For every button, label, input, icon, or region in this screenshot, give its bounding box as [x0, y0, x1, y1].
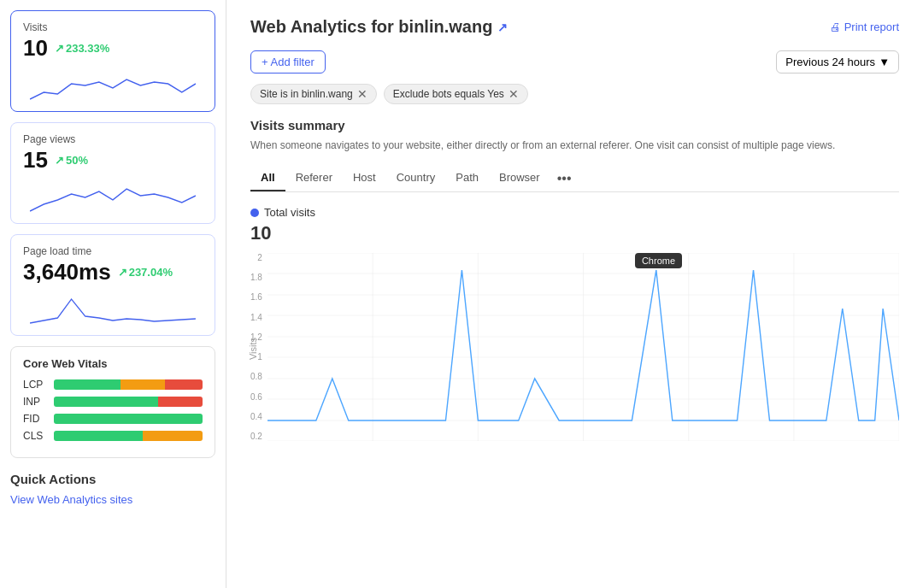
- visits-label: Visits: [23, 21, 203, 33]
- chart-tooltip: Chrome: [635, 253, 682, 268]
- visits-change: 233.33%: [55, 42, 109, 55]
- tab-more-button[interactable]: •••: [550, 168, 579, 190]
- page-header: Web Analytics for binlin.wang ↗ 🖨 Print …: [250, 17, 899, 37]
- cwv-fid-bar: [54, 414, 203, 424]
- print-icon: 🖨: [830, 21, 841, 33]
- visits-chart-svg: [267, 253, 899, 441]
- visits-summary-section: Visits summary When someone navigates to…: [250, 118, 899, 444]
- y-label-2: 2: [257, 253, 262, 262]
- external-link-icon[interactable]: ↗: [497, 21, 508, 34]
- page-load-label: Page load time: [23, 245, 203, 257]
- cwv-lcp-label: LCP: [23, 379, 47, 391]
- filter-tag-bots: Exclude bots equals Yes ✕: [384, 84, 528, 104]
- y-label-1-6: 1.6: [250, 292, 262, 302]
- visits-summary-desc: When someone navigates to your website, …: [250, 138, 899, 153]
- tab-path[interactable]: Path: [445, 165, 489, 191]
- y-label-1-8: 1.8: [250, 273, 262, 282]
- chart-area: Total visits 10 2 1.8 1.6 1.4 1.2 1 0.8 …: [250, 206, 899, 444]
- cwv-inp-label: INP: [23, 396, 47, 408]
- quick-actions: Quick Actions View Web Analytics sites: [10, 468, 215, 513]
- cwv-lcp-bar: [54, 379, 203, 390]
- page-views-card[interactable]: Page views 15 50%: [10, 122, 215, 224]
- cwv-inp-bar: [54, 397, 203, 407]
- core-web-vitals-card: Core Web Vitals LCP INP FID CLS: [10, 346, 215, 458]
- main-content: Web Analytics for binlin.wang ↗ 🖨 Print …: [226, 0, 923, 588]
- tab-referer[interactable]: Referer: [285, 165, 343, 191]
- page-views-value: 15 50%: [23, 147, 203, 173]
- add-filter-button[interactable]: + Add filter: [250, 50, 326, 74]
- y-label-0-4: 0.4: [250, 412, 262, 421]
- y-label-0-2: 0.2: [250, 432, 262, 441]
- y-axis-label: Visits: [248, 337, 258, 359]
- visits-sparkline: [23, 67, 203, 101]
- visits-value: 10 233.33%: [23, 35, 203, 62]
- cwv-cls-label: CLS: [23, 430, 47, 442]
- cwv-cls-row: CLS: [23, 430, 203, 442]
- chart-svg-wrapper: Chrome: [267, 253, 899, 444]
- y-label-0-6: 0.6: [250, 392, 262, 402]
- page-views-sparkline: [23, 179, 203, 213]
- chart-legend: Total visits: [250, 206, 899, 219]
- page-views-label: Page views: [23, 133, 203, 145]
- cwv-cls-bar: [54, 431, 203, 441]
- cwv-lcp-row: LCP: [23, 379, 203, 391]
- toolbar: + Add filter Previous 24 hours ▼: [250, 50, 899, 74]
- cwv-fid-row: FID: [23, 413, 203, 425]
- print-report-button[interactable]: 🖨 Print report: [830, 21, 899, 33]
- chart-wrapper: 2 1.8 1.6 1.4 1.2 1 0.8 0.6 0.4 0.2 Chro…: [250, 253, 899, 444]
- y-label-1-4: 1.4: [250, 313, 262, 322]
- filter-tag-site: Site is in binlin.wang ✕: [250, 84, 377, 104]
- time-filter-button[interactable]: Previous 24 hours ▼: [776, 50, 899, 74]
- filter-tag-bots-remove[interactable]: ✕: [509, 87, 519, 101]
- total-visits-number: 10: [250, 222, 899, 244]
- quick-actions-title: Quick Actions: [10, 472, 215, 486]
- cwv-fid-label: FID: [23, 413, 47, 425]
- cwv-inp-row: INP: [23, 396, 203, 408]
- tab-all[interactable]: All: [250, 165, 285, 191]
- page-title: Web Analytics for binlin.wang ↗: [250, 17, 508, 37]
- tab-country[interactable]: Country: [386, 165, 446, 191]
- legend-dot: [250, 209, 259, 217]
- visits-summary-title: Visits summary: [250, 118, 899, 132]
- tab-bar: All Referer Host Country Path Browser ••…: [250, 165, 899, 192]
- page-load-card[interactable]: Page load time 3,640ms 237.04%: [10, 234, 215, 336]
- sidebar: Visits 10 233.33% Page views 15 50% Page…: [0, 0, 226, 588]
- filter-tag-site-remove[interactable]: ✕: [357, 87, 367, 101]
- y-label-1: 1: [257, 352, 262, 362]
- page-load-sparkline: [23, 291, 203, 325]
- page-load-change: 237.04%: [118, 266, 173, 279]
- page-views-change: 50%: [55, 154, 88, 167]
- y-label-0-8: 0.8: [250, 372, 262, 381]
- tab-host[interactable]: Host: [343, 165, 386, 191]
- cwv-title: Core Web Vitals: [23, 357, 203, 370]
- tab-browser[interactable]: Browser: [489, 165, 550, 191]
- view-web-analytics-link[interactable]: View Web Analytics sites: [10, 493, 215, 506]
- filter-tags: Site is in binlin.wang ✕ Exclude bots eq…: [250, 84, 899, 104]
- legend-label: Total visits: [264, 206, 315, 219]
- page-load-value: 3,640ms 237.04%: [23, 259, 203, 285]
- visits-card[interactable]: Visits 10 233.33%: [10, 10, 215, 112]
- chevron-down-icon: ▼: [879, 56, 890, 68]
